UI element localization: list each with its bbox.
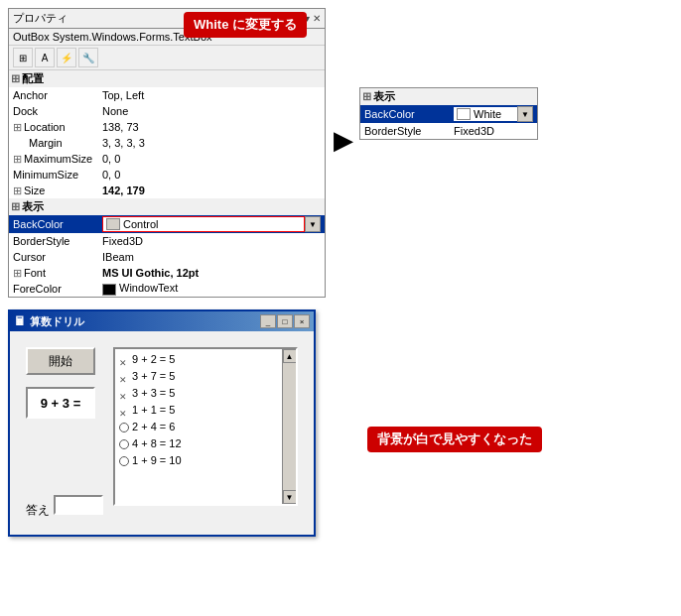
answer-input[interactable] [54, 495, 103, 515]
app-left-panel: 開始 9 + 3 = 答え [26, 347, 103, 519]
app-window: 🖩 算数ドリル _ □ × 開始 9 + 3 = 答え [8, 309, 316, 537]
bottom-section: 🖩 算数ドリル _ □ × 開始 9 + 3 = 答え [0, 298, 681, 537]
titlebar-buttons: _ □ × [260, 314, 310, 328]
section-hyoji: ⊞表示 [9, 198, 325, 215]
close-button[interactable]: × [294, 314, 310, 328]
app-icon: 🖩 [14, 314, 26, 328]
list-item: 2 + 4 = 6 [119, 419, 292, 435]
backcolor-after-dropdown[interactable]: ▼ [517, 106, 533, 122]
prop-borderstyle-after: BorderStyle Fixed3D [360, 123, 537, 139]
backcolor-dropdown[interactable]: ▼ [305, 216, 321, 232]
scroll-track[interactable] [283, 363, 296, 490]
panel-toolbar: ⊞ A ⚡ 🔧 [9, 46, 325, 70]
right-arrow: ▶ [326, 127, 359, 155]
list-item: 4 + 8 = 12 [119, 435, 292, 452]
prop-maximumsize: ⊞MaximumSize 0, 0 [9, 151, 325, 167]
scroll-up-button[interactable]: ▲ [283, 349, 297, 363]
list-item: ✕ 1 + 1 = 5 [119, 402, 292, 419]
list-item: ✕ 3 + 3 = 5 [119, 385, 292, 402]
panel-title-label: プロパティ [13, 11, 68, 26]
annotation-bottom: 背景が白で見やすくなった [367, 427, 542, 452]
prop-backcolor-before[interactable]: BackColor Control ▼ [9, 215, 325, 233]
prop-forecolor: ForeColor WindowText [9, 281, 325, 297]
app-title: 🖩 算数ドリル [14, 314, 84, 329]
annotation-top: White に変更する [184, 12, 307, 38]
minimize-button[interactable]: _ [260, 314, 276, 328]
scrollbar-vertical[interactable]: ▲ ▼ [282, 349, 296, 504]
answer-label: 答え [26, 502, 50, 519]
prop-dock: Dock None [9, 103, 325, 119]
events-button[interactable]: ⚡ [57, 48, 76, 67]
equation-display: 9 + 3 = [26, 387, 95, 419]
properties-button[interactable]: 🔧 [78, 48, 98, 67]
check-icon: ✕ [119, 406, 129, 416]
list-item: ✕ 3 + 7 = 5 [119, 368, 292, 385]
prop-margin: Margin 3, 3, 3, 3 [9, 135, 325, 151]
prop-borderstyle: BorderStyle Fixed3D [9, 233, 325, 249]
properties-panel-after: ⊞表示 BackColor White ▼ BorderStyle Fixed3… [359, 87, 538, 140]
top-section: プロパティ ▾ ✕ OutBox System.Windows.Forms.Te… [0, 0, 681, 298]
panel-titlebar-icons: ▾ ✕ [305, 13, 321, 24]
prop-font: ⊞Font MS UI Gothic, 12pt [9, 265, 325, 281]
scroll-down-button[interactable]: ▼ [283, 490, 297, 504]
properties-table-after: ⊞表示 BackColor White ▼ BorderStyle Fixed3… [360, 88, 537, 139]
properties-table: ⊞配置 Anchor Top, Left Dock None ⊞Location… [9, 70, 325, 297]
list-box-inner: ✕ 9 + 2 = 5 ✕ 3 + 7 = 5 ✕ 3 + 3 = 5 ✕ 1 … [115, 349, 296, 471]
prop-anchor: Anchor Top, Left [9, 87, 325, 103]
app-titlebar: 🖩 算数ドリル _ □ × [10, 311, 314, 331]
prop-minimumsize: MinimumSize 0, 0 [9, 167, 325, 183]
answer-row: 答え [26, 490, 103, 519]
pin-icon[interactable]: ▾ ✕ [305, 13, 321, 24]
section-haichi: ⊞配置 [9, 70, 325, 87]
list-box[interactable]: ✕ 9 + 2 = 5 ✕ 3 + 7 = 5 ✕ 3 + 3 = 5 ✕ 1 … [113, 347, 298, 506]
check-icon: ✕ [119, 372, 129, 382]
check-icon: ✕ [119, 389, 129, 399]
prop-location: ⊞Location 138, 73 [9, 119, 325, 135]
prop-backcolor-after[interactable]: BackColor White ▼ [360, 105, 537, 123]
prop-cursor: Cursor IBeam [9, 249, 325, 265]
prop-size: ⊞Size 142, 179 [9, 183, 325, 198]
restore-button[interactable]: □ [277, 314, 293, 328]
radio-icon [119, 439, 129, 449]
check-icon: ✕ [119, 355, 129, 365]
properties-panel-before: プロパティ ▾ ✕ OutBox System.Windows.Forms.Te… [8, 8, 326, 298]
alphabetic-button[interactable]: A [35, 48, 55, 67]
radio-icon [119, 423, 129, 432]
start-button[interactable]: 開始 [26, 347, 95, 375]
app-content: 開始 9 + 3 = 答え ✕ 9 + 2 = 5 ✕ 3 [10, 331, 314, 535]
list-item: 1 + 9 = 10 [119, 452, 292, 469]
section-hyoji-after: ⊞表示 [360, 88, 537, 105]
categorize-button[interactable]: ⊞ [13, 48, 33, 67]
radio-icon [119, 456, 129, 466]
list-item: ✕ 9 + 2 = 5 [119, 351, 292, 368]
